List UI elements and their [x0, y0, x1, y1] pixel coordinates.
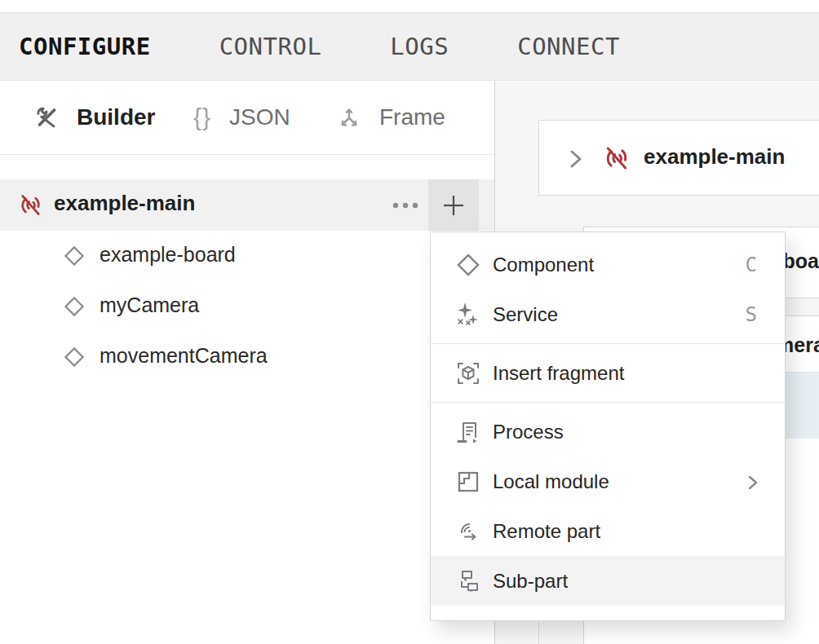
window-top-strip	[0, 0, 819, 12]
more-options-button[interactable]	[385, 179, 426, 231]
menu-item-label: Process	[493, 421, 564, 443]
menu-item-label: Component	[493, 254, 594, 276]
card-edge-line	[538, 622, 539, 644]
mode-frame[interactable]: Frame	[337, 81, 445, 154]
menu-item-label: Sub-part	[493, 570, 568, 593]
offline-status-icon	[603, 144, 631, 172]
insert-fragment-icon	[455, 360, 481, 386]
remote-part-icon	[455, 518, 481, 545]
mode-builder[interactable]: Builder	[35, 81, 155, 154]
menu-divider	[431, 402, 785, 403]
braces-icon: {}	[193, 104, 211, 131]
tree-row-example-main[interactable]: example-main	[0, 179, 494, 231]
tab-configure[interactable]: CONFIGURE	[19, 33, 151, 60]
mode-label: Frame	[379, 104, 445, 130]
view-mode-toolbar: Builder {} JSON Frame	[0, 81, 494, 155]
frame-axes-icon	[337, 105, 361, 130]
machine-card-header[interactable]: example-main	[538, 120, 819, 196]
mode-label: JSON	[229, 104, 290, 130]
menu-item-component[interactable]: Component C	[431, 240, 785, 289]
tree-item-label: movementCamera	[100, 344, 268, 368]
main-nav: CONFIGURE CONTROL LOGS CONNECT	[0, 12, 819, 81]
menu-item-label: Local module	[493, 470, 609, 493]
tab-connect[interactable]: CONNECT	[517, 33, 620, 60]
sub-part-icon	[455, 568, 481, 594]
menu-item-service[interactable]: Service S	[431, 289, 785, 339]
menu-item-sub-part[interactable]: Sub-part	[431, 556, 785, 606]
tab-control[interactable]: CONTROL	[219, 33, 322, 60]
mode-json[interactable]: {} JSON	[193, 81, 290, 154]
tree-row-movementCamera[interactable]: movementCamera	[0, 332, 494, 382]
tree-item-label: myCamera	[100, 293, 199, 317]
menu-item-remote-part[interactable]: Remote part	[431, 506, 785, 556]
tree-root-name: example-main	[54, 191, 195, 216]
tree-item-label: example-board	[100, 243, 236, 267]
menu-item-label: Service	[493, 303, 558, 326]
process-icon	[455, 419, 481, 445]
offline-status-icon	[18, 192, 43, 218]
menu-item-label: Insert fragment	[493, 362, 624, 385]
local-module-icon	[455, 469, 481, 495]
component-diamond-icon	[455, 252, 481, 278]
viam-configure-page: CONFIGURE CONTROL LOGS CONNECT example-m…	[0, 0, 819, 644]
builder-sidebar: Builder {} JSON Frame	[0, 81, 495, 644]
component-diamond-icon	[63, 295, 86, 318]
tree-row-myCamera[interactable]: myCamera	[0, 281, 494, 332]
add-resource-button[interactable]	[428, 179, 479, 231]
menu-divider	[431, 343, 785, 344]
machine-name: example-main	[644, 144, 785, 170]
menu-item-label: Remote part	[493, 520, 600, 543]
component-diamond-icon	[63, 245, 86, 267]
add-resource-menu: Component C Service S	[430, 232, 786, 621]
mode-label: Builder	[77, 104, 155, 130]
shortcut-key: S	[746, 303, 757, 326]
component-diamond-icon	[63, 346, 86, 368]
tab-logs[interactable]: LOGS	[390, 33, 449, 60]
tools-icon	[35, 105, 59, 130]
shortcut-key: C	[746, 254, 757, 276]
submenu-chevron-icon	[747, 474, 759, 491]
menu-item-local-module[interactable]: Local module	[431, 457, 785, 506]
chevron-right-icon[interactable]	[569, 148, 583, 170]
tree-row-example-board[interactable]: example-board	[0, 231, 494, 281]
menu-item-insert-fragment[interactable]: Insert fragment	[431, 348, 785, 398]
service-sparkles-icon	[455, 302, 481, 328]
menu-item-process[interactable]: Process	[431, 407, 785, 457]
